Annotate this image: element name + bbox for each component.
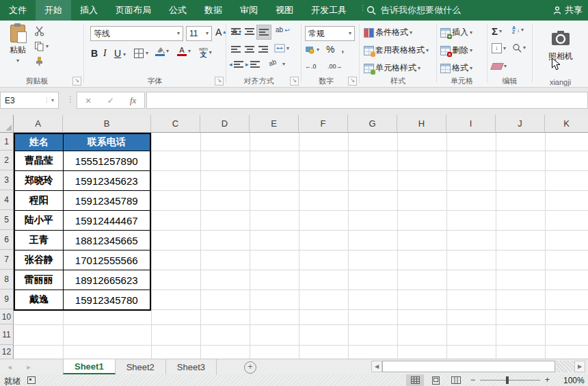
name-box[interactable]: E3 ▾ (0, 92, 59, 109)
fill-button[interactable]: ↓ ▾ (492, 43, 506, 53)
fill-color-button[interactable]: ▾ (155, 47, 169, 56)
cancel-entry-icon[interactable]: × (85, 94, 92, 106)
autosum-button[interactable]: Σ ▾ (492, 25, 502, 37)
merge-center-button[interactable]: ▾ (274, 44, 289, 53)
copy-button[interactable]: ▾ (34, 41, 49, 51)
row-header-12[interactable]: 12 (0, 345, 14, 359)
scroll-right-icon[interactable]: ▶ (574, 361, 585, 372)
cell-name[interactable]: 曹晶莹 (14, 151, 63, 171)
tab-file[interactable]: 文件 (0, 0, 36, 21)
column-header-b[interactable]: B (63, 115, 151, 133)
tab-page-layout[interactable]: 页面布局 (107, 0, 160, 21)
italic-button[interactable]: I (103, 48, 107, 59)
formula-input[interactable] (146, 92, 588, 109)
cell-phone[interactable]: 15912345623 (63, 171, 150, 191)
macro-record-icon[interactable] (27, 376, 36, 384)
wrap-text-button[interactable]: ab↩ (276, 26, 290, 34)
align-right-button[interactable] (256, 42, 270, 56)
tab-insert[interactable]: 插入 (71, 0, 107, 21)
row-header-9[interactable]: 9 (0, 290, 14, 309)
cell-name[interactable]: 张谷静 (14, 250, 63, 270)
font-name-select[interactable]: 等线 ▾ (90, 26, 183, 41)
row-header-4[interactable]: 4 (0, 190, 14, 210)
number-format-select[interactable]: 常规 ▾ (305, 26, 355, 41)
row-header-3[interactable]: 3 (0, 170, 14, 190)
tab-data[interactable]: 数据 (196, 0, 231, 21)
header-cell-phone[interactable]: 联系电话 (63, 133, 150, 151)
tell-me-search[interactable]: 告诉我你想要做什么 (366, 0, 461, 21)
insert-function-icon[interactable]: fx (130, 95, 136, 106)
underline-button[interactable]: U (114, 48, 121, 59)
row-header-6[interactable]: 6 (0, 230, 14, 250)
formula-bar-grip-icon[interactable]: ⋮ (66, 94, 75, 104)
align-left-button[interactable] (229, 42, 243, 56)
format-cells-button[interactable]: 格式 ▾ (440, 62, 472, 74)
tab-review[interactable]: 审阅 (231, 0, 267, 21)
sheet-tab-sheet3[interactable]: Sheet3 (166, 359, 217, 374)
row-header-2[interactable]: 2 (0, 151, 14, 170)
cell-name[interactable]: 雷丽丽 (14, 270, 63, 290)
font-dialog-launcher[interactable]: ↘ (215, 77, 224, 86)
scrollbar-track[interactable] (555, 361, 574, 372)
cell-name[interactable]: 郑晓玲 (14, 171, 63, 191)
cell-styles-button[interactable]: 单元格样式 ▾ (364, 62, 420, 74)
cell-phone[interactable]: 15551257890 (63, 151, 150, 171)
zoom-slider-thumb[interactable] (506, 376, 509, 384)
header-cell-name[interactable]: 姓名 (14, 133, 63, 151)
tab-formulas[interactable]: 公式 (160, 0, 196, 21)
grow-font-button[interactable]: A▴ (215, 27, 226, 38)
format-painter-button[interactable] (34, 56, 44, 66)
row-header-11[interactable]: 11 (0, 324, 14, 345)
row-header-5[interactable]: 5 (0, 210, 14, 230)
column-header-j[interactable]: J (496, 115, 545, 133)
column-header-e[interactable]: E (250, 115, 299, 133)
zoom-out-button[interactable]: − (470, 375, 475, 385)
select-all-corner[interactable] (0, 115, 14, 133)
cell-phone[interactable]: 15912444467 (63, 211, 150, 231)
tab-view[interactable]: 视图 (267, 0, 302, 21)
cell-name[interactable]: 陆小平 (14, 211, 63, 231)
row-header-1[interactable]: 1 (0, 133, 14, 151)
align-center-button[interactable] (243, 42, 256, 56)
column-header-i[interactable]: I (446, 115, 496, 133)
delete-cells-button[interactable]: × 删除 ▾ (440, 44, 472, 56)
normal-view-button[interactable] (406, 374, 424, 386)
underline-caret[interactable]: ▾ (123, 52, 126, 57)
row-header-10[interactable]: 10 (0, 309, 14, 324)
cell-name[interactable]: 程阳 (14, 191, 63, 211)
sheet-nav-left-icon[interactable]: ◂ (0, 359, 19, 374)
percent-style-button[interactable]: % (326, 44, 334, 55)
name-box-caret-icon[interactable]: ▾ (46, 97, 58, 103)
column-header-f[interactable]: F (299, 115, 348, 133)
clipboard-dialog-launcher[interactable]: ↘ (72, 77, 81, 86)
scrollbar-thumb[interactable] (382, 361, 555, 372)
find-select-button[interactable]: ▾ (512, 43, 526, 53)
phonetic-guide-button[interactable]: wén 文 ▾ (199, 47, 212, 58)
tab-home[interactable]: 开始 (36, 0, 71, 21)
orientation-caret[interactable]: ▾ (282, 62, 285, 67)
font-size-select[interactable]: 11 ▾ (186, 26, 212, 41)
conditional-formatting-button[interactable]: 条件格式 ▾ (364, 27, 412, 38)
horizontal-scrollbar[interactable]: ◀ ▶ (371, 361, 585, 372)
cell-phone[interactable]: 18912665623 (63, 270, 150, 290)
font-color-button[interactable]: A ▾ (177, 47, 191, 56)
middle-align-button[interactable] (243, 25, 256, 38)
increase-decimal-button[interactable]: ←.0 (305, 63, 317, 70)
tab-developer[interactable]: 开发工具 (302, 0, 356, 21)
row-header-7[interactable]: 7 (0, 250, 14, 270)
decrease-decimal-button[interactable]: .00→ (328, 63, 343, 70)
column-header-k[interactable]: K (545, 115, 588, 133)
zoom-level[interactable]: 100% (563, 376, 585, 385)
decrease-indent-button[interactable]: ◂ (229, 60, 243, 68)
row-header-8[interactable]: 8 (0, 270, 14, 290)
clear-button[interactable]: ▾ (492, 63, 507, 70)
sheet-tab-sheet1[interactable]: Sheet1 (63, 359, 116, 374)
sort-filter-button[interactable]: AZ ↓ ▾ (512, 26, 524, 34)
format-as-table-button[interactable]: 套用表格格式 ▾ (364, 44, 429, 56)
borders-button[interactable]: ▾ (133, 48, 148, 59)
cell-phone[interactable]: 15912345789 (63, 191, 150, 211)
alignment-dialog-launcher[interactable]: ↘ (290, 77, 299, 86)
column-header-g[interactable]: G (348, 115, 397, 133)
scroll-left-icon[interactable]: ◀ (371, 361, 382, 372)
cut-button[interactable] (34, 26, 44, 36)
